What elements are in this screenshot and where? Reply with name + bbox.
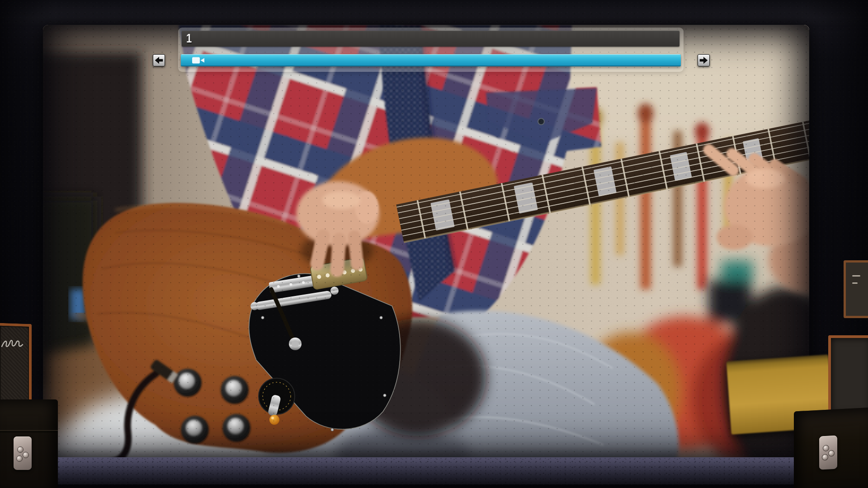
- video-camera-icon: [192, 56, 206, 64]
- video-progress-bar[interactable]: [181, 54, 681, 66]
- progress-fill: [181, 54, 681, 66]
- prev-section-button[interactable]: [153, 54, 165, 66]
- section-number: 1: [186, 32, 192, 45]
- arrow-right-icon: [698, 55, 709, 66]
- next-section-button[interactable]: [698, 54, 710, 66]
- section-timeline-bar[interactable]: 1: [182, 31, 679, 47]
- player-hud: 1: [0, 0, 868, 488]
- arrow-left-icon: [153, 55, 165, 66]
- lesson-video-player: 1: [0, 0, 868, 488]
